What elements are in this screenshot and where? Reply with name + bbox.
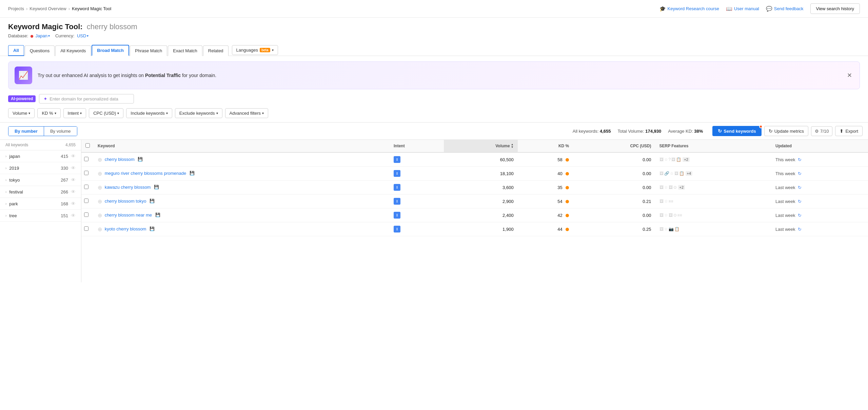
serp-icon: ☆ <box>664 157 668 162</box>
row-checkbox-cell <box>81 222 94 236</box>
keyword-link[interactable]: kawazu cherry blossom <box>105 184 151 189</box>
plus-icon[interactable]: ⊕ <box>98 226 102 232</box>
save-icon[interactable]: 💾 <box>155 212 160 217</box>
cpc-cell: 0.00 <box>573 208 655 222</box>
database-dropdown[interactable]: Japan ▾ <box>36 33 50 38</box>
update-metrics-button[interactable]: ↻ Update metrics <box>764 126 808 136</box>
tab-phrase-match[interactable]: Phrase Match <box>130 45 167 56</box>
sidebar-item[interactable]: › festival 266 👁 <box>0 186 81 198</box>
keyword-cell: ⊕ kyoto cherry blossom 💾 <box>94 222 390 236</box>
tab-bar: All Questions All Keywords Broad Match P… <box>0 40 868 56</box>
refresh-icon[interactable]: ↻ <box>798 227 802 232</box>
course-link[interactable]: 🎓 Keyword Research course <box>659 6 719 12</box>
send-keywords-button[interactable]: ↻ Send keywords <box>712 126 761 136</box>
eye-icon[interactable]: 👁 <box>71 201 76 206</box>
row-checkbox[interactable] <box>84 226 88 231</box>
row-checkbox[interactable] <box>84 199 88 203</box>
plus-icon[interactable]: ⊕ <box>98 212 102 218</box>
updated-cell: Last week ↻ <box>771 222 868 236</box>
tab-languages[interactable]: Languages beta ▾ <box>232 45 278 55</box>
manual-link[interactable]: 📖 User manual <box>726 6 759 12</box>
sidebar-count: 415 <box>61 154 68 159</box>
table-row: ⊕ cherry blossom 💾 I 60,500 58 0.00 🖼☆?🖼… <box>81 152 868 167</box>
plus-icon[interactable]: ⊕ <box>98 171 102 176</box>
refresh-icon[interactable]: ↻ <box>798 185 802 190</box>
col-kd: KD % <box>518 140 573 152</box>
eye-icon[interactable]: 👁 <box>71 213 76 218</box>
toggle-by-number[interactable]: By number <box>8 127 44 136</box>
eye-icon[interactable]: 👁 <box>71 153 76 159</box>
settings-button[interactable]: ⚙ 7/10 <box>811 126 832 136</box>
keyword-link[interactable]: cherry blossom <box>105 156 135 162</box>
sidebar-chevron: › <box>5 178 6 182</box>
col-volume[interactable]: Volume ▲▼ <box>444 140 518 152</box>
notification-dot <box>759 125 763 128</box>
refresh-icon[interactable]: ↻ <box>798 213 802 218</box>
keyword-link[interactable]: cherry blossom near me <box>105 212 152 217</box>
eye-icon[interactable]: 👁 <box>71 165 76 171</box>
save-icon[interactable]: 💾 <box>150 226 155 231</box>
eye-icon[interactable]: 👁 <box>71 177 76 183</box>
tab-related[interactable]: Related <box>203 45 229 56</box>
banner-close-button[interactable]: ✕ <box>846 70 853 80</box>
row-checkbox[interactable] <box>84 171 88 175</box>
sidebar-item[interactable]: › japan 415 👁 <box>0 150 81 162</box>
filter-volume[interactable]: Volume ▾ <box>8 108 35 118</box>
view-history-label: View search history <box>816 6 854 11</box>
keyword-link[interactable]: meguro river cherry blossoms promenade <box>105 170 186 175</box>
save-icon[interactable]: 💾 <box>138 157 143 162</box>
refresh-icon[interactable]: ↻ <box>798 157 802 162</box>
tab-all[interactable]: All <box>8 45 24 56</box>
tab-all-keywords[interactable]: All Keywords <box>55 45 91 56</box>
eye-icon[interactable]: 👁 <box>71 189 76 194</box>
serp-icon: 🖼 <box>659 185 664 190</box>
serp-cell: 🖼🔗☆🖼📋+4 <box>655 167 771 181</box>
filter-cpc[interactable]: CPC (USD) ▾ <box>89 108 123 118</box>
breadcrumb-overview[interactable]: Keyword Overview <box>29 6 66 11</box>
tab-questions[interactable]: Questions <box>25 45 55 56</box>
plus-icon[interactable]: ⊕ <box>98 185 102 190</box>
row-checkbox[interactable] <box>84 157 88 161</box>
tab-broad-match[interactable]: Broad Match <box>92 45 129 56</box>
plus-icon[interactable]: ⊕ <box>98 199 102 204</box>
col-updated: Updated <box>771 140 868 152</box>
settings-value: 7/10 <box>820 129 829 134</box>
serp-icon: 📋 <box>674 227 679 231</box>
select-all-checkbox[interactable] <box>85 143 90 148</box>
db-chevron: ▾ <box>48 34 50 38</box>
sidebar-item[interactable]: › tree 151 👁 <box>0 210 81 222</box>
updated-cell: Last week ↻ <box>771 181 868 194</box>
refresh-icon[interactable]: ↻ <box>798 199 802 204</box>
filter-intent[interactable]: Intent ▾ <box>63 108 86 118</box>
filter-include[interactable]: Include keywords ▾ <box>126 108 172 118</box>
filter-kd[interactable]: KD % ▾ <box>37 108 60 118</box>
banner-text: Try out our enhanced AI analysis to get … <box>38 73 216 78</box>
filter-advanced[interactable]: Advanced filters ▾ <box>225 108 269 118</box>
keyword-link[interactable]: kyoto cherry blossom <box>105 226 146 231</box>
view-history-button[interactable]: View search history <box>810 3 860 14</box>
sidebar-item[interactable]: › 2019 330 👁 <box>0 162 81 174</box>
domain-input[interactable]: ✦ Enter domain for personalized data <box>39 94 134 104</box>
refresh-icon[interactable]: ↻ <box>798 171 802 176</box>
breadcrumb-sep1: › <box>26 6 27 11</box>
intent-cell: I <box>390 222 444 236</box>
sidebar-item[interactable]: › park 168 👁 <box>0 198 81 210</box>
save-icon[interactable]: 💾 <box>190 171 195 175</box>
save-icon[interactable]: 💾 <box>150 199 155 203</box>
keywords-table: Keyword Intent Volume ▲▼ KD % CPC (USD) … <box>81 140 868 236</box>
filter-exclude[interactable]: Exclude keywords ▾ <box>175 108 222 118</box>
row-checkbox[interactable] <box>84 185 88 189</box>
toggle-by-volume[interactable]: By volume <box>44 127 77 136</box>
export-button[interactable]: ⬆ Export <box>835 126 863 136</box>
tab-exact-match[interactable]: Exact Match <box>168 45 202 56</box>
sidebar-item[interactable]: › tokyo 267 👁 <box>0 174 81 186</box>
keyword-cell: ⊕ kawazu cherry blossom 💾 <box>94 181 390 194</box>
plus-icon[interactable]: ⊕ <box>98 157 102 163</box>
keyword-link[interactable]: cherry blossom tokyo <box>105 198 146 203</box>
intent-cell: I <box>390 167 444 181</box>
row-checkbox[interactable] <box>84 212 88 217</box>
breadcrumb-projects[interactable]: Projects <box>8 6 24 11</box>
feedback-link[interactable]: 💬 Send feedback <box>766 6 804 12</box>
currency-dropdown[interactable]: USD ▾ <box>77 33 88 38</box>
save-icon[interactable]: 💾 <box>154 185 159 189</box>
